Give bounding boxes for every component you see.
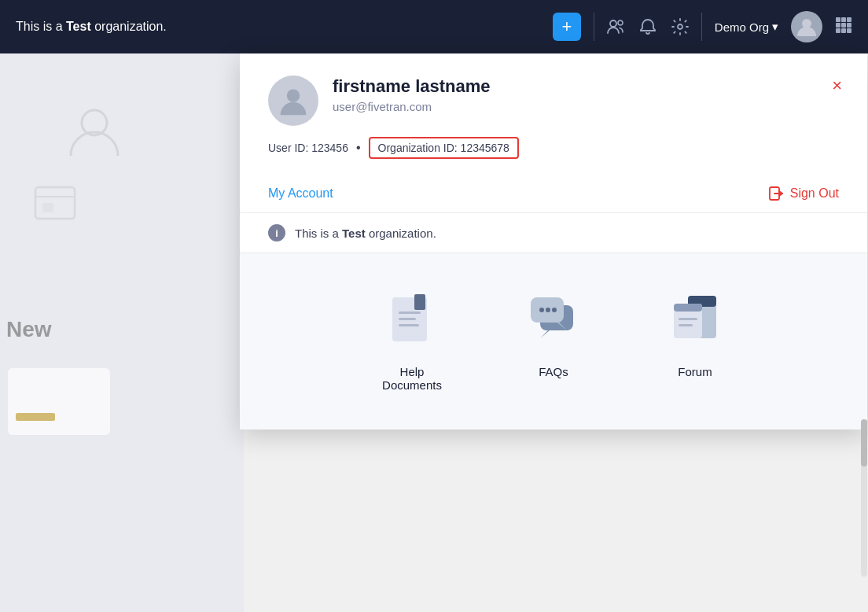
test-org-notice: i This is a Test organization. <box>240 213 867 253</box>
gear-icon[interactable] <box>671 18 689 35</box>
user-id-label: User ID: 123456 <box>268 142 348 154</box>
bell-icon[interactable] <box>640 18 656 35</box>
svg-point-16 <box>287 89 300 101</box>
help-section: HelpDocuments FAQs <box>240 253 867 430</box>
user-details: firstname lastname user@fivetran.com <box>333 76 839 113</box>
svg-point-29 <box>552 308 557 312</box>
svg-rect-12 <box>847 28 851 33</box>
org-selector[interactable]: Demo Org ▾ <box>715 20 778 34</box>
people-icon[interactable] <box>607 19 624 35</box>
svg-point-0 <box>610 20 616 27</box>
sign-out-label: Sign Out <box>790 186 839 201</box>
forum-icon <box>660 282 730 352</box>
user-ids-row: User ID: 123456 • Organization ID: 12345… <box>268 137 839 159</box>
navbar: This is a Test organization. + <box>0 0 868 53</box>
svg-rect-14 <box>35 187 75 219</box>
user-dropdown-panel: firstname lastname user@fivetran.com Use… <box>240 53 867 430</box>
svg-rect-10 <box>836 28 840 33</box>
navbar-brand: This is a Test organization. <box>16 20 540 34</box>
svg-point-27 <box>539 308 544 312</box>
svg-rect-8 <box>841 23 846 28</box>
account-actions: My Account Sign Out <box>240 175 867 213</box>
svg-rect-22 <box>399 324 419 326</box>
svg-rect-4 <box>836 17 840 22</box>
scrollbar-thumb <box>861 419 867 466</box>
svg-rect-19 <box>414 294 425 310</box>
user-info-section: firstname lastname user@fivetran.com Use… <box>240 53 867 175</box>
info-icon: i <box>268 224 285 241</box>
svg-point-2 <box>678 24 682 29</box>
user-header: firstname lastname user@fivetran.com <box>268 76 839 126</box>
svg-marker-24 <box>540 330 550 338</box>
help-documents-item[interactable]: HelpDocuments <box>373 282 451 392</box>
svg-rect-5 <box>841 17 846 22</box>
svg-rect-20 <box>399 312 421 314</box>
svg-rect-15 <box>42 203 53 212</box>
my-account-link[interactable]: My Account <box>268 186 333 201</box>
help-documents-label: HelpDocuments <box>382 365 442 392</box>
svg-rect-33 <box>674 304 702 312</box>
faqs-icon <box>518 282 589 352</box>
user-name: firstname lastname <box>333 76 839 98</box>
scrollbar[interactable] <box>861 419 867 577</box>
test-org-text: This is a Test organization. <box>295 227 436 240</box>
svg-point-28 <box>546 308 550 312</box>
faqs-icon-wrapper <box>514 282 593 352</box>
user-email: user@fivetran.com <box>333 100 839 113</box>
svg-rect-7 <box>836 23 840 28</box>
help-documents-icon-wrapper <box>373 282 451 352</box>
svg-rect-35 <box>679 324 693 326</box>
svg-rect-11 <box>841 28 846 33</box>
grid-icon[interactable] <box>835 17 852 38</box>
svg-rect-21 <box>399 318 416 320</box>
forum-label: Forum <box>678 365 712 378</box>
svg-rect-34 <box>679 318 697 320</box>
faqs-item[interactable]: FAQs <box>514 282 593 392</box>
svg-rect-9 <box>847 23 851 28</box>
chevron-down-icon: ▾ <box>772 20 778 34</box>
org-id-box: Organization ID: 12345678 <box>369 137 519 159</box>
navbar-icons <box>607 18 689 35</box>
close-button[interactable]: × <box>829 72 845 99</box>
background-sidebar: New <box>0 53 244 612</box>
svg-rect-6 <box>847 17 851 22</box>
user-avatar-button[interactable] <box>791 11 822 42</box>
forum-item[interactable]: Forum <box>656 282 734 392</box>
background-card <box>8 368 110 435</box>
org-name: Demo Org <box>715 20 769 34</box>
sign-out-button[interactable]: Sign Out <box>768 186 839 201</box>
dot-separator: • <box>356 141 361 155</box>
sign-out-icon <box>768 186 784 201</box>
add-button[interactable]: + <box>553 13 581 41</box>
faqs-label: FAQs <box>539 365 568 378</box>
svg-point-1 <box>618 20 623 25</box>
user-avatar <box>268 76 318 126</box>
forum-icon-wrapper <box>656 282 734 352</box>
background-new-label: New <box>6 317 52 342</box>
navbar-divider <box>594 13 594 41</box>
navbar-divider-2 <box>701 13 702 41</box>
help-docs-icon <box>377 282 447 352</box>
